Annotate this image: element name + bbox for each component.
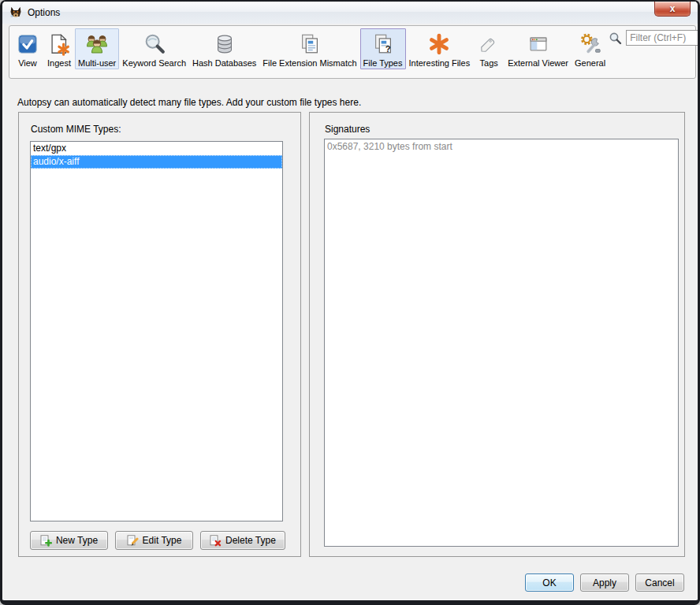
delete-type-label: Delete Type — [225, 535, 276, 546]
users-group-icon — [84, 31, 110, 58]
tab-label: Multi-user — [78, 58, 116, 68]
tab-keyword-search[interactable]: Keyword Search — [119, 28, 189, 69]
svg-text:?: ? — [385, 44, 390, 54]
tab-general[interactable]: General — [572, 28, 609, 69]
tag-icon — [476, 31, 501, 58]
close-icon: x — [670, 4, 676, 13]
cancel-button[interactable]: Cancel — [635, 573, 684, 592]
tab-label: File Extension Mismatch — [262, 58, 356, 68]
magnifier-icon — [142, 31, 167, 58]
database-stack-icon — [212, 31, 237, 58]
tab-label: View — [18, 58, 37, 68]
edit-type-label: Edit Type — [143, 535, 182, 546]
options-category-toolbar: View Ingest — [9, 25, 696, 79]
documents-question-icon: ? — [370, 31, 396, 58]
titlebar[interactable]: Options — [2, 2, 698, 24]
tab-label: Ingest — [47, 58, 71, 68]
apply-button[interactable]: Apply — [580, 573, 629, 592]
ok-button[interactable]: OK — [525, 573, 574, 592]
close-button[interactable]: x — [654, 2, 691, 17]
tab-interesting-files[interactable]: Interesting Files — [406, 28, 474, 69]
tab-file-types[interactable]: ? File Types — [360, 28, 406, 69]
tab-file-extension-mismatch[interactable]: File Extension Mismatch — [259, 28, 359, 69]
tab-label: Interesting Files — [409, 58, 471, 68]
view-checkbox-icon — [15, 31, 40, 58]
mime-type-list[interactable]: text/gpx audio/x-aiff — [30, 141, 283, 521]
description-text: Autopsy can automatically detect many fi… — [17, 97, 361, 108]
filter-group — [609, 30, 700, 46]
tab-tags[interactable]: Tags — [473, 28, 505, 69]
options-dialog: Options x View — [0, 0, 700, 605]
tab-view[interactable]: View — [12, 28, 43, 69]
document-asterisk-icon — [47, 31, 72, 58]
tab-label: External Viewer — [508, 58, 568, 68]
window-title: Options — [28, 7, 60, 18]
tab-label: Keyword Search — [122, 58, 186, 68]
tab-label: General — [575, 58, 605, 68]
custom-mime-types-panel: Custom MIME Types: text/gpx audio/x-aiff — [18, 112, 301, 557]
new-type-button[interactable]: New Type — [30, 531, 108, 550]
autopsy-dog-icon — [9, 6, 22, 19]
tab-label: Hash Databases — [192, 58, 256, 68]
new-type-icon — [40, 535, 52, 547]
gear-wrench-icon — [578, 31, 603, 58]
new-type-label: New Type — [56, 535, 98, 546]
tab-label: Tags — [480, 58, 498, 68]
edit-type-button[interactable]: Edit Type — [115, 531, 193, 550]
signatures-panel-label: Signatures — [325, 124, 370, 135]
signatures-panel: Signatures 0x5687, 3210 bytes from start — [309, 112, 685, 557]
documents-icon — [297, 31, 322, 58]
mime-actions: New Type Edit Type — [30, 531, 290, 550]
filter-input[interactable] — [626, 30, 700, 46]
delete-type-icon — [210, 535, 222, 547]
edit-type-icon — [127, 535, 139, 547]
orange-asterisk-icon — [426, 31, 452, 58]
search-icon — [609, 32, 622, 45]
delete-type-button[interactable]: Delete Type — [200, 531, 285, 550]
list-item[interactable]: text/gpx — [31, 142, 282, 155]
tab-multi-user[interactable]: Multi-user — [75, 28, 119, 69]
tab-label: File Types — [363, 58, 403, 68]
tab-ingest[interactable]: Ingest — [43, 28, 75, 69]
mime-panel-label: Custom MIME Types: — [31, 124, 121, 135]
list-item-selected[interactable]: audio/x-aiff — [31, 155, 282, 169]
app-window-icon — [526, 31, 551, 58]
tab-external-viewer[interactable]: External Viewer — [505, 28, 572, 69]
tab-hash-databases[interactable]: Hash Databases — [189, 28, 259, 69]
dialog-footer: OK Apply Cancel — [525, 573, 684, 592]
list-item[interactable]: 0x5687, 3210 bytes from start — [325, 139, 678, 154]
signatures-list[interactable]: 0x5687, 3210 bytes from start — [324, 139, 679, 547]
